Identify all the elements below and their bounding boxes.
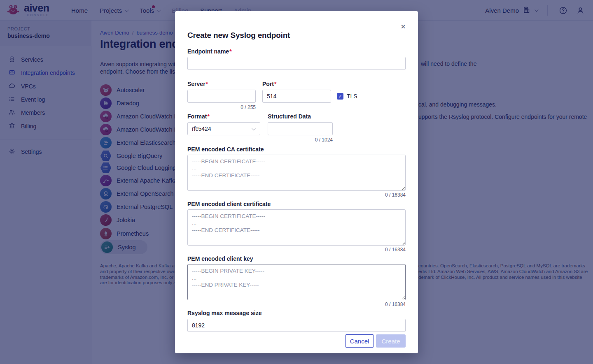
ca-certificate-label: PEM encoded CA certificate (187, 146, 264, 153)
chevron-down-icon (252, 126, 256, 130)
create-button[interactable]: Create (376, 334, 406, 348)
client-key-char-counter: 0 / 16384 (187, 301, 406, 307)
dialog-title: Create new Syslog endpoint (187, 31, 290, 40)
check-icon: ✓ (338, 94, 342, 99)
tls-checkbox[interactable]: ✓ (337, 93, 343, 100)
client-certificate-field[interactable] (187, 209, 406, 246)
structured-data-char-counter: 0 / 1024 (268, 137, 333, 143)
create-syslog-endpoint-dialog: Create new Syslog endpoint ✕ Endpoint na… (175, 11, 418, 353)
format-label: Format* (187, 113, 210, 120)
server-field[interactable] (187, 90, 256, 103)
structured-data-field[interactable] (268, 122, 333, 135)
cancel-button[interactable]: Cancel (345, 334, 374, 348)
max-message-size-field[interactable] (187, 319, 406, 332)
port-field[interactable] (262, 90, 331, 103)
max-message-size-label: Rsyslog max message size (187, 310, 262, 316)
server-char-counter: 0 / 255 (187, 104, 256, 110)
tls-label: TLS (347, 93, 357, 100)
client-key-label: PEM encoded client key (187, 255, 253, 262)
ca-certificate-field[interactable] (187, 155, 406, 191)
endpoint-name-label: Endpoint name* (187, 48, 232, 55)
client-certificate-char-counter: 0 / 16384 (187, 247, 406, 253)
ca-certificate-char-counter: 0 / 16384 (187, 192, 406, 198)
endpoint-name-field[interactable] (187, 57, 406, 70)
structured-data-label: Structured Data (268, 113, 311, 120)
port-label: Port* (262, 81, 276, 87)
close-icon[interactable]: ✕ (397, 21, 409, 32)
format-selected-value: rfc5424 (192, 125, 211, 132)
format-select[interactable]: rfc5424 (187, 122, 260, 135)
server-label: Server* (187, 81, 208, 87)
client-certificate-label: PEM encoded client certificate (187, 201, 271, 207)
client-key-field[interactable] (187, 264, 406, 300)
